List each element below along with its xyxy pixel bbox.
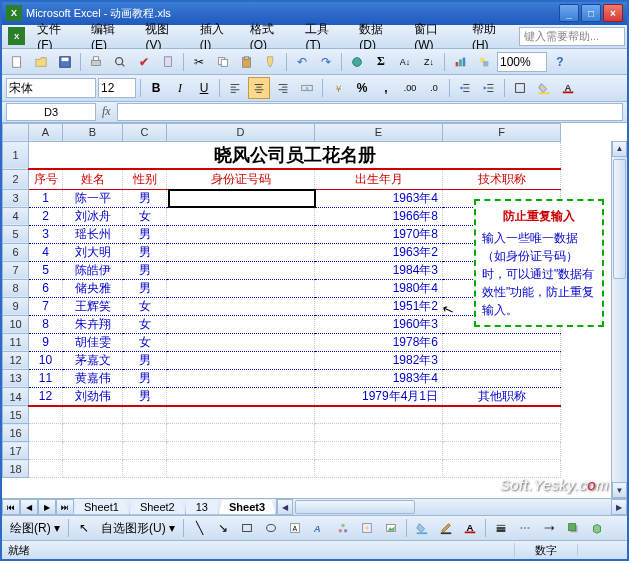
font-color-draw-button[interactable]: A <box>459 517 481 539</box>
scroll-left-button[interactable]: ◀ <box>277 499 293 515</box>
align-left-button[interactable] <box>224 77 246 99</box>
zoom-select[interactable] <box>497 52 547 72</box>
sheet-nav-prev[interactable]: ◀ <box>20 499 38 515</box>
header-cell[interactable]: 性别 <box>123 169 167 189</box>
vertical-scrollbar[interactable]: ▲ ▼ <box>611 141 627 498</box>
data-cell[interactable]: 1951年2 <box>315 297 443 315</box>
data-cell[interactable] <box>167 297 315 315</box>
dash-style-button[interactable] <box>514 517 536 539</box>
data-cell[interactable] <box>167 333 315 351</box>
fill-color-button[interactable] <box>533 77 555 99</box>
help-search-box[interactable]: 键入需要帮助... <box>519 27 625 46</box>
drawing-toolbar-button[interactable] <box>473 51 495 73</box>
row-header[interactable]: 10 <box>3 315 29 333</box>
print-preview-button[interactable] <box>109 51 131 73</box>
data-cell[interactable]: 女 <box>123 207 167 225</box>
data-cell[interactable]: 8 <box>29 315 63 333</box>
empty-cell[interactable] <box>123 442 167 460</box>
data-cell[interactable] <box>167 279 315 297</box>
data-cell[interactable]: 男 <box>123 387 167 406</box>
select-all-corner[interactable] <box>3 123 29 141</box>
decrease-indent-button[interactable] <box>454 77 476 99</box>
empty-cell[interactable] <box>29 442 63 460</box>
chart-wizard-button[interactable] <box>449 51 471 73</box>
horizontal-scrollbar[interactable]: ◀ ▶ <box>276 499 627 515</box>
data-cell[interactable]: 男 <box>123 243 167 261</box>
data-cell[interactable]: 9 <box>29 333 63 351</box>
data-cell[interactable]: 朱卉翔 <box>63 315 123 333</box>
picture-button[interactable] <box>380 517 402 539</box>
data-cell[interactable]: 刘冰舟 <box>63 207 123 225</box>
empty-cell[interactable] <box>167 460 315 478</box>
data-cell[interactable]: 瑶长州 <box>63 225 123 243</box>
open-button[interactable] <box>30 51 52 73</box>
row-header[interactable]: 14 <box>3 387 29 406</box>
formula-input[interactable] <box>117 103 623 121</box>
redo-button[interactable]: ↷ <box>315 51 337 73</box>
data-cell[interactable]: 男 <box>123 369 167 387</box>
data-cell[interactable] <box>167 315 315 333</box>
sheet-tab-sheet3[interactable]: Sheet3 <box>218 500 276 515</box>
clipart-button[interactable] <box>356 517 378 539</box>
spelling-button[interactable]: ✔ <box>133 51 155 73</box>
col-header-F[interactable]: F <box>443 123 561 141</box>
data-cell[interactable]: 11 <box>29 369 63 387</box>
row-header[interactable]: 7 <box>3 261 29 279</box>
spreadsheet-grid[interactable]: A B C D E F 1 晓风公司员工花名册 2 序号 姓名 性别 身份证号码… <box>2 123 627 498</box>
align-center-button[interactable] <box>248 77 270 99</box>
row-header[interactable]: 6 <box>3 243 29 261</box>
empty-cell[interactable] <box>167 424 315 442</box>
sheet-nav-last[interactable]: ⏭ <box>56 499 74 515</box>
empty-cell[interactable] <box>315 460 443 478</box>
font-select[interactable] <box>6 78 96 98</box>
empty-cell[interactable] <box>63 442 123 460</box>
align-right-button[interactable] <box>272 77 294 99</box>
shadow-button[interactable] <box>562 517 584 539</box>
row-header[interactable]: 2 <box>3 169 29 189</box>
header-cell[interactable]: 技术职称 <box>443 169 561 189</box>
empty-cell[interactable] <box>29 424 63 442</box>
data-cell[interactable]: 女 <box>123 315 167 333</box>
italic-button[interactable]: I <box>169 77 191 99</box>
percent-button[interactable]: % <box>351 77 373 99</box>
data-cell[interactable]: 1984年3 <box>315 261 443 279</box>
borders-button[interactable] <box>509 77 531 99</box>
empty-cell[interactable] <box>29 460 63 478</box>
line-style-button[interactable] <box>490 517 512 539</box>
row-header[interactable]: 13 <box>3 369 29 387</box>
empty-cell[interactable] <box>63 406 123 424</box>
merge-center-button[interactable]: a <box>296 77 318 99</box>
empty-cell[interactable] <box>443 406 561 424</box>
sheet-tab-sheet2[interactable]: Sheet2 <box>129 500 186 515</box>
header-cell[interactable]: 出生年月 <box>315 169 443 189</box>
sheet-nav-next[interactable]: ▶ <box>38 499 56 515</box>
data-cell[interactable]: 储央雅 <box>63 279 123 297</box>
data-cell[interactable]: 1982年3 <box>315 351 443 369</box>
empty-cell[interactable] <box>443 424 561 442</box>
wordart-button[interactable]: A <box>308 517 330 539</box>
col-header-A[interactable]: A <box>29 123 63 141</box>
data-cell[interactable]: 男 <box>123 351 167 369</box>
minimize-button[interactable]: _ <box>559 4 579 22</box>
data-cell[interactable]: 陈一平 <box>63 189 123 207</box>
line-color-button[interactable] <box>435 517 457 539</box>
scroll-down-button[interactable]: ▼ <box>612 482 627 498</box>
row-header[interactable]: 18 <box>3 460 29 478</box>
data-cell[interactable] <box>167 243 315 261</box>
new-button[interactable] <box>6 51 28 73</box>
empty-cell[interactable] <box>29 406 63 424</box>
data-cell[interactable]: 6 <box>29 279 63 297</box>
save-button[interactable] <box>54 51 76 73</box>
data-cell[interactable] <box>167 207 315 225</box>
bold-button[interactable]: B <box>145 77 167 99</box>
data-cell[interactable]: 男 <box>123 225 167 243</box>
autoshapes-menu[interactable]: 自选图形(U) ▾ <box>97 520 179 537</box>
data-cell[interactable] <box>167 189 315 207</box>
data-cell[interactable]: 茅嘉文 <box>63 351 123 369</box>
row-header[interactable]: 12 <box>3 351 29 369</box>
oval-button[interactable] <box>260 517 282 539</box>
sort-asc-button[interactable]: A↓ <box>394 51 416 73</box>
drawing-menu[interactable]: 绘图(R) ▾ <box>6 520 64 537</box>
data-cell[interactable]: 王辉笑 <box>63 297 123 315</box>
data-cell[interactable] <box>167 261 315 279</box>
